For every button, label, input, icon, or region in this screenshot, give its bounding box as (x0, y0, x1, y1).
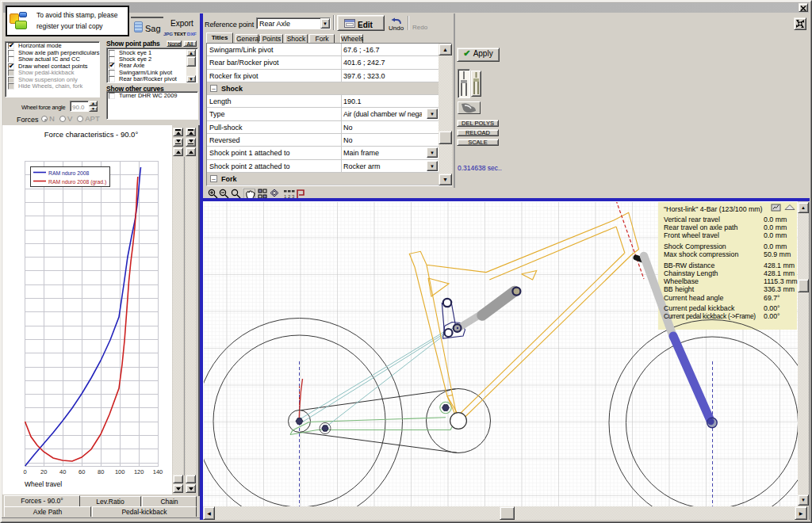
svg-text:428.1 mm: 428.1 mm (764, 269, 795, 277)
svg-text:Current pedal kickback: Current pedal kickback (664, 304, 735, 312)
svg-text:0.0 mm: 0.0 mm (764, 223, 787, 231)
svg-text:336.3 mm: 336.3 mm (764, 285, 795, 293)
svg-text:Force characteristics - 90.0°: Force characteristics - 90.0° (44, 130, 139, 139)
svg-text:Vertical rear travel: Vertical rear travel (664, 216, 720, 223)
svg-text:100: 100 (115, 468, 125, 475)
svg-text:0.00°: 0.00° (764, 304, 780, 312)
svg-text:60: 60 (79, 468, 85, 475)
svg-text:0.0 mm: 0.0 mm (764, 216, 787, 223)
svg-text:50.9 mm: 50.9 mm (764, 250, 791, 258)
svg-text:120: 120 (134, 468, 144, 475)
svg-text:BB-RW distance: BB-RW distance (664, 262, 714, 269)
svg-text:Shock Compression: Shock Compression (664, 242, 726, 250)
svg-text:Chainstay Length: Chainstay Length (664, 269, 718, 277)
svg-text:0: 0 (24, 468, 27, 475)
svg-text:140: 140 (153, 468, 163, 475)
svg-text:69.7°: 69.7° (764, 294, 780, 302)
svg-text:80: 80 (98, 468, 104, 475)
svg-text:Max shock compression: Max shock compression (664, 250, 738, 258)
svg-text:Wheelbase: Wheelbase (664, 277, 699, 285)
svg-text:0.00°: 0.00° (764, 312, 780, 320)
svg-text:428.1 mm: 428.1 mm (764, 262, 795, 269)
svg-text:RAM nduro 2008: RAM nduro 2008 (48, 170, 90, 176)
svg-text:40: 40 (59, 468, 66, 475)
svg-text:RAM nduro 2008 (grad.): RAM nduro 2008 (grad.) (48, 179, 106, 185)
svg-text:0.0 mm: 0.0 mm (764, 231, 787, 239)
svg-text:Current pedal kickback (->Fram: Current pedal kickback (->Frame) (664, 312, 756, 320)
svg-text:BB height: BB height (664, 285, 695, 293)
svg-text:"Horst-link" 4-Bar (123/100 mm: "Horst-link" 4-Bar (123/100 mm) (664, 205, 763, 213)
svg-text:Wheel travel: Wheel travel (25, 480, 62, 488)
svg-text:0.0 mm: 0.0 mm (764, 242, 787, 250)
svg-text:20: 20 (40, 468, 47, 475)
svg-text:Rear travel on axle path: Rear travel on axle path (664, 223, 738, 231)
svg-text:Front wheel travel: Front wheel travel (664, 231, 719, 239)
svg-text:Current head angle: Current head angle (664, 294, 723, 302)
svg-text:1115.3 mm: 1115.3 mm (764, 277, 798, 285)
